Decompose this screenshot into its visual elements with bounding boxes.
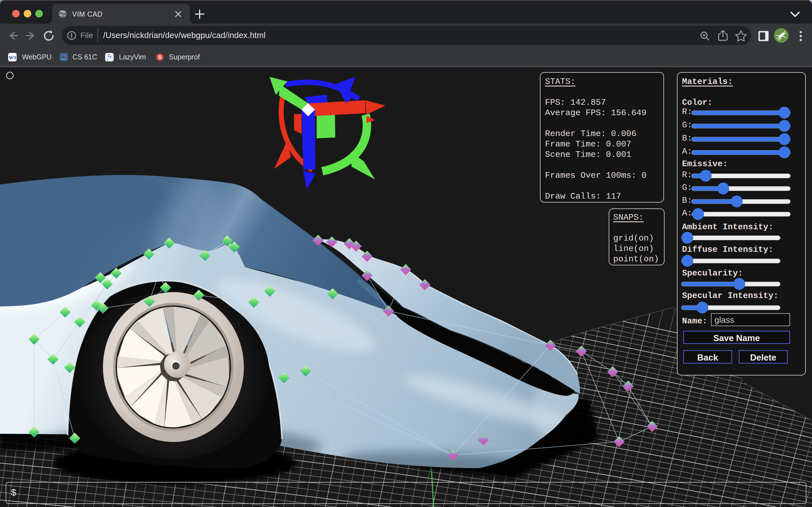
svg-text:z: z <box>107 57 108 61</box>
svg-text:W3: W3 <box>9 55 16 60</box>
svg-text:CS: CS <box>62 55 65 57</box>
svg-text:z: z <box>110 54 112 59</box>
svg-text:S: S <box>158 55 161 60</box>
svg-text:61C: 61C <box>62 57 66 60</box>
